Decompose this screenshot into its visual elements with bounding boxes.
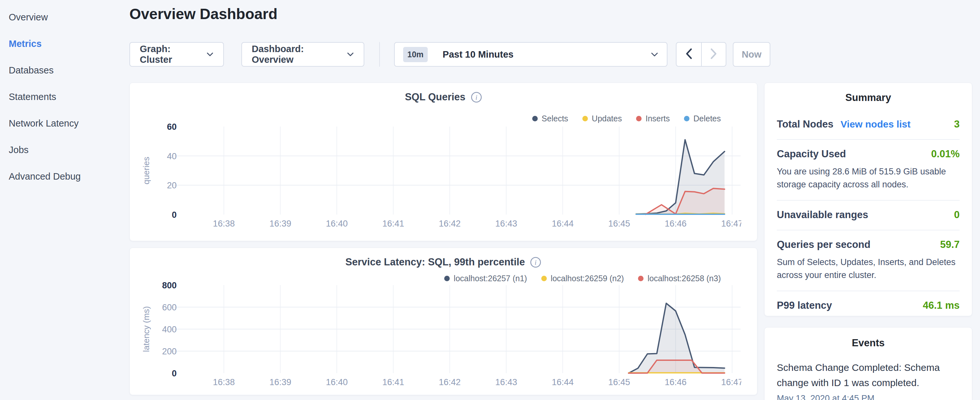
svg-text:i: i <box>535 258 537 266</box>
summary-metric-value: 0.01% <box>931 148 959 160</box>
sidebar-item-advanced-debug[interactable]: Advanced Debug <box>0 163 129 190</box>
summary-metric-value: 46.1 ms <box>923 300 959 311</box>
graph-scope-dropdown[interactable]: Graph: Cluster <box>129 42 224 67</box>
svg-text:16:43: 16:43 <box>495 219 517 228</box>
summary-row-line: Capacity Used0.01% <box>777 148 959 160</box>
chevron-right-icon <box>710 48 717 61</box>
svg-text:16:47: 16:47 <box>721 219 741 228</box>
page-title: Overview Dashboard <box>129 5 278 23</box>
chart-title: SQL Queries <box>405 91 465 103</box>
svg-text:16:41: 16:41 <box>382 377 404 387</box>
event-list-item: Schema Change Completed: Schema change w… <box>777 360 959 400</box>
summary-metric-label: Unavailable ranges <box>777 209 869 221</box>
previous-time-window-button[interactable] <box>676 43 701 66</box>
now-button[interactable]: Now <box>733 42 770 67</box>
summary-panel: Summary Total NodesView nodes list3Capac… <box>764 83 972 316</box>
summary-row-p99-latency: P99 latency46.1 ms <box>777 291 959 320</box>
svg-text:16:47: 16:47 <box>721 377 741 387</box>
info-icon[interactable]: i <box>471 92 482 103</box>
svg-text:400: 400 <box>162 325 177 334</box>
svg-text:16:39: 16:39 <box>269 377 291 387</box>
svg-text:16:38: 16:38 <box>213 377 235 387</box>
svg-text:16:45: 16:45 <box>608 377 630 387</box>
svg-text:i: i <box>475 94 477 101</box>
dashboard-dropdown[interactable]: Dashboard: Overview <box>241 42 364 67</box>
chevron-left-icon <box>685 48 692 61</box>
summary-metric-label: P99 latency <box>777 300 832 311</box>
svg-text:60: 60 <box>167 122 177 132</box>
svg-text:40: 40 <box>167 151 177 161</box>
event-timestamp: May 13, 2020 at 4:45 PM <box>777 394 959 400</box>
sidebar-item-statements[interactable]: Statements <box>0 83 129 110</box>
legend-dot-icon <box>582 116 588 121</box>
svg-text:16:43: 16:43 <box>495 377 517 387</box>
chevron-down-icon <box>651 52 659 57</box>
chart-title: Service Latency: SQL, 99th percentile <box>345 256 525 268</box>
events-title: Events <box>777 337 959 349</box>
time-range-label: Past 10 Minutes <box>442 49 514 60</box>
svg-text:600: 600 <box>162 303 177 312</box>
graph-scope-label: Graph: Cluster <box>140 44 200 65</box>
sql-queries-chart-card: SQL Queries i SelectsUpdatesInsertsDelet… <box>129 83 757 241</box>
summary-metric-label: Total Nodes <box>777 118 834 130</box>
sidebar-item-databases[interactable]: Databases <box>0 57 129 83</box>
summary-row-line: Unavailable ranges0 <box>777 209 959 221</box>
svg-text:16:41: 16:41 <box>382 219 404 228</box>
summary-metric-label: Queries per second <box>777 239 870 250</box>
summary-metric-description: You are using 28.6 MiB of 515.9 GiB usab… <box>777 165 959 191</box>
svg-text:16:46: 16:46 <box>665 219 687 228</box>
svg-text:200: 200 <box>162 347 177 356</box>
summary-row-unavailable-ranges: Unavailable ranges0 <box>777 200 959 230</box>
svg-text:16:38: 16:38 <box>213 219 235 228</box>
legend-dot-icon <box>532 116 538 121</box>
dashboard-dropdown-label: Dashboard: Overview <box>252 44 340 65</box>
time-range-badge: 10m <box>403 47 428 62</box>
summary-metric-value: 3 <box>954 118 959 130</box>
sidebar-item-overview[interactable]: Overview <box>0 4 129 30</box>
service-latency-chart: 020040060080016:3816:3916:4016:4116:4216… <box>130 280 741 392</box>
summary-metric-description: Sum of Selects, Updates, Inserts, and De… <box>777 256 959 282</box>
time-step-buttons <box>676 42 726 67</box>
svg-text:16:42: 16:42 <box>439 377 461 387</box>
legend-dot-icon <box>636 116 641 121</box>
dashboard-controls: Graph: Cluster Dashboard: Overview 10m P… <box>129 42 770 67</box>
svg-text:16:40: 16:40 <box>326 219 348 228</box>
service-latency-chart-card: Service Latency: SQL, 99th percentile i … <box>129 247 757 395</box>
summary-row-capacity-used: Capacity Used0.01%You are using 28.6 MiB… <box>777 139 959 200</box>
summary-row-line: P99 latency46.1 ms <box>777 300 959 311</box>
svg-text:0: 0 <box>172 369 177 378</box>
next-time-window-button[interactable] <box>701 43 726 66</box>
summary-row-total-nodes: Total NodesView nodes list3 <box>777 110 959 139</box>
view-nodes-list-link[interactable]: View nodes list <box>840 119 910 130</box>
sidebar-item-jobs[interactable]: Jobs <box>0 137 129 163</box>
controls-divider <box>379 42 380 67</box>
event-message: Schema Change Completed: Schema change w… <box>777 360 959 390</box>
svg-text:16:44: 16:44 <box>552 219 574 228</box>
chevron-down-icon <box>207 52 213 57</box>
svg-text:16:42: 16:42 <box>439 219 461 228</box>
summary-title: Summary <box>777 92 959 104</box>
svg-text:latency (ms): latency (ms) <box>142 306 151 352</box>
svg-text:0: 0 <box>172 210 177 220</box>
time-range-selector[interactable]: 10m Past 10 Minutes <box>394 42 667 67</box>
sidebar-nav: OverviewMetricsDatabasesStatementsNetwor… <box>0 0 129 190</box>
svg-text:800: 800 <box>162 280 177 290</box>
svg-text:16:44: 16:44 <box>552 377 574 387</box>
summary-row-queries-per-second: Queries per second59.7Sum of Selects, Up… <box>777 230 959 291</box>
sql-queries-chart: 020406016:3816:3916:4016:4116:4216:4316:… <box>130 122 741 233</box>
sidebar-item-metrics[interactable]: Metrics <box>0 30 129 57</box>
svg-text:16:45: 16:45 <box>608 219 630 228</box>
info-icon[interactable]: i <box>530 257 541 268</box>
svg-text:16:46: 16:46 <box>665 377 687 387</box>
summary-row-line: Total NodesView nodes list3 <box>777 118 959 130</box>
svg-text:16:39: 16:39 <box>269 219 291 228</box>
events-panel: Events Schema Change Completed: Schema c… <box>764 327 972 400</box>
summary-metric-value: 59.7 <box>940 239 959 250</box>
summary-metric-value: 0 <box>954 209 959 221</box>
summary-metric-label: Capacity Used <box>777 148 846 160</box>
summary-row-line: Queries per second59.7 <box>777 239 959 250</box>
svg-text:16:40: 16:40 <box>326 377 348 387</box>
sidebar-item-network-latency[interactable]: Network Latency <box>0 110 129 137</box>
svg-text:20: 20 <box>167 180 177 190</box>
chevron-down-icon <box>347 52 354 57</box>
